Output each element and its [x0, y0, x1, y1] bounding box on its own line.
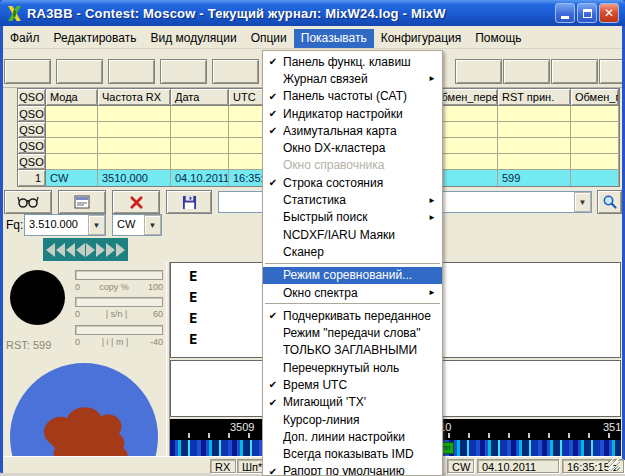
log-cell[interactable] — [571, 154, 619, 170]
tune-left-icon[interactable] — [56, 243, 65, 257]
log-cell[interactable] — [571, 138, 619, 154]
title-bar[interactable]: RA3BB - Contest: Moscow - Текущий журнал… — [0, 0, 625, 26]
function-key-button[interactable] — [56, 59, 103, 84]
menu-item-spectrum-window[interactable]: Окно спектра► — [263, 284, 442, 301]
log-cell[interactable] — [98, 138, 171, 154]
function-key-button[interactable] — [455, 59, 502, 84]
delete-qso-button[interactable] — [112, 190, 160, 214]
menu-item-always-show-imd[interactable]: Всегда показывать IMD — [263, 446, 442, 463]
menu-item-beacons[interactable]: NCDXF/IARU Маяки — [263, 226, 442, 243]
log-cell-rst-rcvd[interactable]: 599 — [498, 170, 571, 187]
menu-item-scanner[interactable]: Сканер — [263, 243, 442, 260]
minimize-button[interactable] — [555, 3, 575, 23]
log-cell-exch-rcvd[interactable] — [571, 170, 619, 187]
log-cell-mode[interactable]: CW — [46, 170, 98, 187]
menu-item-utc-time[interactable]: ✔Время UTC — [263, 376, 442, 393]
menu-item-blinking-tx[interactable]: ✔Мигающий 'TX' — [263, 394, 442, 411]
frequency-dropdown-button[interactable]: ▼ — [88, 215, 105, 235]
menu-view-active[interactable]: Показывать — [294, 29, 374, 48]
menu-item-cursor-line[interactable]: Курсор-линия — [263, 411, 442, 428]
menu-item-underline-sent[interactable]: ✔Подчеркивать переданное — [263, 307, 442, 324]
tune-right-icon[interactable] — [86, 243, 95, 257]
row-header[interactable]: QSO — [18, 122, 46, 138]
log-cell[interactable] — [171, 138, 229, 154]
log-cell[interactable] — [46, 138, 98, 154]
status-date: 04.10.2011 — [477, 459, 559, 473]
menu-item-log[interactable]: Журнал связей► — [263, 70, 442, 87]
menu-item-caps-only[interactable]: ТОЛЬКО ЗАГЛАВНЫМИ — [263, 342, 442, 359]
function-key-button[interactable] — [108, 59, 155, 84]
menu-help[interactable]: Помощь — [468, 29, 528, 48]
mode-combo[interactable]: CW ▼ — [112, 214, 162, 236]
log-info-button[interactable] — [58, 190, 106, 214]
menu-item-word-mode[interactable]: Режим "передачи слова" — [263, 324, 442, 341]
menu-item-default-report[interactable]: ✔Рапорт по умолчанию — [263, 463, 442, 476]
log-cell[interactable] — [171, 106, 229, 122]
menu-item-tuning-indicator[interactable]: ✔Индикатор настройки — [263, 105, 442, 122]
row-header[interactable]: QSO — [18, 138, 46, 154]
menu-item-statistics[interactable]: Статистика► — [263, 191, 442, 208]
function-key-button[interactable] — [160, 59, 207, 84]
function-key-button[interactable] — [503, 59, 550, 84]
log-cell[interactable] — [46, 106, 98, 122]
close-button[interactable]: ✕ — [599, 3, 619, 23]
tune-left-icon[interactable] — [76, 243, 85, 257]
log-cell[interactable] — [571, 106, 619, 122]
log-cell[interactable] — [98, 106, 171, 122]
log-cell[interactable] — [171, 122, 229, 138]
resize-grip[interactable] — [608, 459, 620, 471]
menu-mode[interactable]: Вид модуляции — [143, 29, 243, 48]
menu-item-quick-search[interactable]: Быстрый поиск► — [263, 209, 442, 226]
menu-configuration[interactable]: Конфигурация — [374, 29, 469, 48]
log-cell-freq[interactable]: 3510,000 — [98, 170, 171, 187]
log-cell[interactable] — [98, 122, 171, 138]
tune-left-icon[interactable] — [46, 243, 55, 257]
menu-item-cat-panel[interactable]: ✔Панель частоты (CAT) — [263, 88, 442, 105]
menu-options[interactable]: Опции — [244, 29, 294, 48]
mode-dropdown-button[interactable]: ▼ — [144, 215, 161, 235]
log-cell[interactable] — [498, 106, 571, 122]
menu-edit[interactable]: Редактировать — [47, 29, 144, 48]
log-cell[interactable] — [171, 154, 229, 170]
log-cell[interactable] — [46, 154, 98, 170]
squelch-toggle[interactable]: Шп* — [237, 459, 265, 473]
function-key-button[interactable] — [551, 59, 598, 84]
tune-right-icon[interactable] — [116, 243, 125, 257]
window-title: RA3BB - Contest: Moscow - Текущий журнал… — [27, 6, 555, 21]
function-key-button[interactable] — [212, 59, 259, 84]
callsign-search-button[interactable] — [597, 190, 622, 214]
log-cell-date[interactable]: 04.10.2011 — [171, 170, 229, 187]
row-header[interactable]: QSO — [18, 154, 46, 170]
tune-right-icon[interactable] — [96, 243, 105, 257]
log-cell[interactable] — [498, 138, 571, 154]
menu-item-extra-tuning-lines[interactable]: Доп. линии настройки — [263, 428, 442, 445]
rx-tx-toggle[interactable]: RX — [210, 459, 236, 473]
tune-left-icon[interactable] — [66, 243, 75, 257]
function-key-button[interactable] — [599, 59, 622, 84]
log-cell[interactable] — [98, 154, 171, 170]
callsign-dropdown-button[interactable]: ▼ — [574, 192, 591, 212]
col-header-exch-rcvd: Обмен_прин. — [571, 89, 619, 106]
menu-item-contest-mode[interactable]: Режим соревнований... — [263, 267, 442, 284]
log-cell[interactable] — [498, 122, 571, 138]
function-key-button[interactable] — [4, 59, 51, 84]
menu-item-fkeys-panel[interactable]: ✔Панель функц. клавиш — [263, 53, 442, 70]
frequency-combo[interactable]: 3.510.000 ▼ — [24, 214, 106, 236]
row-header-selected[interactable]: 1 — [18, 170, 46, 187]
save-qso-button[interactable] — [166, 190, 212, 214]
tuning-arrows[interactable] — [43, 238, 128, 261]
tune-right-icon[interactable] — [106, 243, 115, 257]
frequency-value: 3.510.000 — [25, 215, 88, 235]
menu-item-dx-cluster[interactable]: Окно DX-кластера — [263, 139, 442, 156]
log-cell[interactable] — [498, 154, 571, 170]
log-cell[interactable] — [46, 122, 98, 138]
menu-item-slashed-zero[interactable]: Перечеркнутый ноль — [263, 359, 442, 376]
mixw-butterfly-icon — [6, 5, 23, 22]
menu-item-status-line[interactable]: ✔Строка состояния — [263, 174, 442, 191]
log-cell[interactable] — [571, 122, 619, 138]
menu-file[interactable]: Файл — [3, 29, 47, 48]
row-header[interactable]: QSO — [18, 106, 46, 122]
menu-item-azimuthal-map[interactable]: ✔Азимутальная карта — [263, 122, 442, 139]
maximize-button[interactable] — [577, 3, 597, 23]
search-log-button[interactable] — [4, 190, 52, 214]
